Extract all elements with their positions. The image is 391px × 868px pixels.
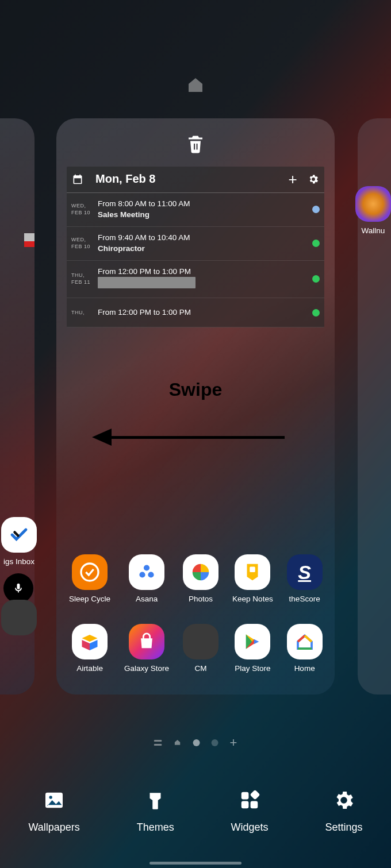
dock-label: Themes — [137, 821, 174, 834]
svg-point-1 — [144, 565, 150, 570]
calendar-event[interactable]: THU,FEB 11 From 12:00 PM to 1:00 PM — [67, 261, 324, 299]
page-preview-current[interactable]: Mon, Feb 8 + WED,FEB 10 From 8:00 AM to … — [56, 118, 335, 695]
page-indicator[interactable]: + — [154, 736, 237, 749]
page-preview-left[interactable]: igs Inbox — [0, 118, 34, 695]
calendar-event[interactable]: WED,FEB 10 From 9:40 AM to 10:40 AMChiro… — [67, 227, 324, 261]
app-label: Home — [294, 664, 315, 673]
app-icon-thescore[interactable]: StheScore — [287, 554, 323, 603]
dock-label: Wallpapers — [28, 821, 79, 834]
add-page-button[interactable]: + — [230, 736, 237, 749]
home-indicator-icon — [186, 76, 205, 95]
app-icon-things-inbox[interactable]: igs Inbox — [1, 517, 37, 566]
calendar-header: Mon, Feb 8 + — [67, 167, 324, 193]
svg-rect-5 — [154, 740, 162, 742]
event-title: Chiropractor — [98, 244, 312, 254]
event-time: From 8:00 AM to 11:00 AM — [98, 199, 312, 210]
add-event-button[interactable]: + — [286, 173, 299, 186]
app-label: Wallnu — [362, 226, 385, 235]
dock-wallpapers-button[interactable]: Wallpapers — [28, 788, 79, 834]
app-icon-asana[interactable]: Asana — [124, 554, 169, 603]
svg-rect-7 — [45, 793, 63, 808]
app-label: Play Store — [235, 664, 270, 673]
app-icon-airtable[interactable]: Airtable — [69, 624, 110, 673]
widgets-icon — [237, 788, 262, 812]
svg-rect-4 — [250, 567, 256, 573]
app-label: Galaxy Store — [124, 664, 169, 673]
svg-rect-10 — [241, 792, 249, 800]
app-icon-galaxy-store[interactable]: Galaxy Store — [124, 624, 169, 673]
annotation-arrow-icon — [92, 429, 285, 446]
app-icon-photos[interactable]: Photos — [183, 554, 218, 603]
home-page-indicator-icon — [174, 737, 182, 749]
redacted-title — [98, 277, 195, 288]
dock-label: Settings — [325, 821, 363, 834]
app-icon-google-home[interactable]: Home — [287, 624, 323, 673]
app-grid: Sleep Cycle Asana Photos Keep Notes Sthe… — [67, 554, 324, 673]
app-label: Keep Notes — [232, 595, 273, 603]
svg-rect-12 — [241, 801, 249, 809]
svg-point-0 — [81, 564, 98, 581]
app-label: Sleep Cycle — [69, 595, 110, 603]
calendar-event[interactable]: THU, From 12:00 PM to 1:00 PM — [67, 298, 324, 327]
app-icon-keep-notes[interactable]: Keep Notes — [232, 554, 273, 603]
app-label: theScore — [289, 595, 320, 603]
dock-widgets-button[interactable]: Widgets — [231, 788, 269, 834]
themes-icon — [143, 788, 167, 812]
event-title: Sales Meeting — [98, 210, 312, 221]
svg-point-8 — [49, 796, 52, 798]
page-dot — [212, 739, 218, 746]
voice-search-button[interactable] — [3, 573, 33, 603]
app-icon-wallnut[interactable]: Wallnu — [355, 186, 391, 235]
event-color-dot — [312, 206, 320, 213]
app-folder[interactable] — [1, 600, 37, 635]
event-color-dot — [312, 275, 320, 283]
dock-themes-button[interactable]: Themes — [137, 788, 174, 834]
app-icon-sleep-cycle[interactable]: Sleep Cycle — [69, 554, 110, 603]
page-dot-active — [193, 739, 200, 746]
editor-dock: Wallpapers Themes Widgets Settings — [0, 788, 391, 834]
app-label: Airtable — [76, 664, 103, 673]
calendar-settings-button[interactable] — [307, 173, 320, 186]
event-color-dot — [312, 240, 320, 247]
app-label: CM — [195, 664, 207, 673]
event-color-dot — [312, 309, 320, 317]
svg-rect-13 — [250, 790, 260, 800]
redacted-thumb — [24, 241, 34, 247]
wallpapers-icon — [42, 788, 66, 812]
delete-page-button[interactable] — [185, 132, 206, 157]
svg-point-2 — [139, 572, 145, 577]
app-label: Asana — [136, 595, 158, 603]
event-time: From 9:40 AM to 10:40 AM — [98, 233, 312, 244]
calendar-widget[interactable]: Mon, Feb 8 + WED,FEB 10 From 8:00 AM to … — [67, 167, 324, 327]
calendar-event[interactable]: WED,FEB 10 From 8:00 AM to 11:00 AMSales… — [67, 193, 324, 227]
annotation-swipe-label: Swipe — [169, 379, 222, 400]
redacted-thumb — [24, 233, 34, 241]
calendar-icon — [71, 173, 84, 186]
app-label: Photos — [189, 595, 213, 603]
calendar-date: Mon, Feb 8 — [95, 172, 286, 186]
gesture-nav-bar[interactable] — [150, 862, 241, 865]
dock-settings-button[interactable]: Settings — [325, 788, 363, 834]
svg-point-3 — [148, 572, 154, 577]
svg-rect-6 — [154, 744, 162, 746]
gear-icon — [332, 788, 356, 812]
event-time: From 12:00 PM to 1:00 PM — [98, 267, 312, 277]
event-time: From 12:00 PM to 1:00 PM — [98, 307, 312, 318]
app-label: igs Inbox — [3, 557, 34, 566]
page-preview-right[interactable]: Wallnu — [358, 118, 391, 695]
svg-rect-11 — [251, 801, 258, 809]
app-icon-play-store[interactable]: Play Store — [232, 624, 273, 673]
app-folder-cm[interactable]: CM — [183, 624, 218, 673]
dock-label: Widgets — [231, 821, 269, 834]
recents-indicator-icon — [154, 737, 162, 749]
